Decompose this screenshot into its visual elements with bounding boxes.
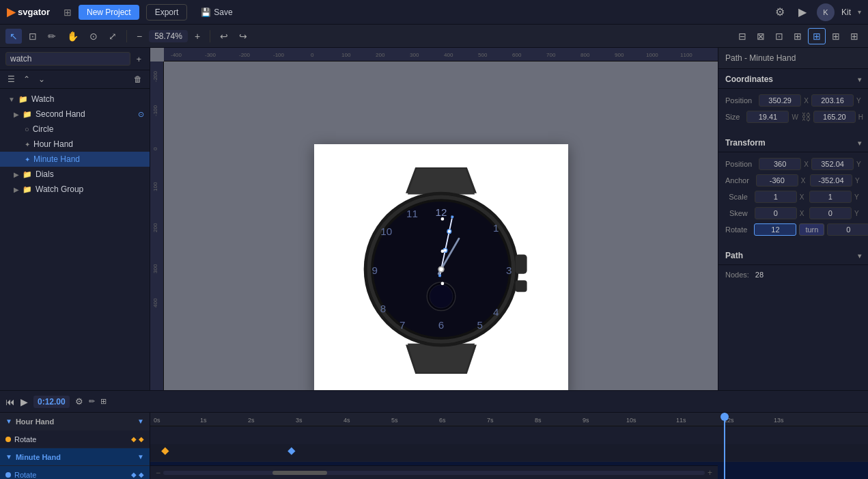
t-pos-x-input[interactable] [759,158,801,170]
pan-tool[interactable]: ✋ [63,29,83,44]
svg-text:-200: -200 [152,70,158,82]
align-right-button[interactable]: ⊡ [771,29,787,44]
size-h-unit: H [858,113,863,121]
layer-item-minute-hand[interactable]: ✦ Minute Hand [0,152,150,167]
keyframe-hour-1[interactable] [161,447,169,454]
transform-section-header[interactable]: Transform ▾ [718,133,868,152]
layers-menu-button[interactable]: ☰ [4,73,18,85]
layer-expand-watch-group: ▶ [14,186,19,193]
layer-item-second-hand[interactable]: ▶ 📁 Second Hand ⊙ [0,107,150,122]
redo-button[interactable]: ↪ [235,29,251,44]
scroll-track[interactable] [163,471,705,475]
select-tool[interactable]: ↖ [5,29,22,44]
tl-row-hour-rotate[interactable]: Rotate ◆ ◆ [0,430,150,448]
collapse-all-button[interactable]: ⌃ [20,73,33,85]
link-icon[interactable]: ⛓ [801,111,811,122]
layer-controls: ☰ ⌃ ⌄ 🗑 [0,70,150,89]
layer-item-hour-hand[interactable]: ✦ Hour Hand [0,137,150,152]
rotate-row: Rotate turn deg ↺ [725,223,861,236]
rotate-unit-toggle[interactable]: turn [799,223,824,236]
size-h-input[interactable] [813,111,856,123]
svg-text:-200: -200 [239,52,251,58]
coordinates-section-header[interactable]: Coordinates ▾ [718,69,868,89]
keyframe-hour-2[interactable] [288,447,295,454]
size-w-input[interactable] [746,111,789,123]
position-x-input[interactable] [759,94,801,107]
timeline-settings-button[interactable]: ⚙ [75,396,83,407]
svg-text:1: 1 [493,222,499,234]
anchor-x-input[interactable] [756,174,798,187]
rotate-deg-input[interactable] [827,223,868,236]
t-pos-x-unit: X [804,161,809,168]
scroll-plus-button[interactable]: + [708,468,712,478]
timeline-time-display: 0:12.00 [33,396,70,408]
preview-button[interactable]: ▶ [795,4,810,20]
svg-point-53 [439,267,443,271]
scale-y-input[interactable] [809,191,852,203]
delete-layer-button[interactable]: 🗑 [130,73,145,85]
settings-button[interactable]: ⚙ [772,4,788,20]
circle-tool[interactable]: ⊙ [85,29,102,44]
svg-point-43 [430,284,453,307]
pen-tool[interactable]: ✏ [44,29,60,44]
align-center-button[interactable]: ⊠ [753,29,769,44]
layer-label-circle: Circle [33,124,144,134]
undo-button[interactable]: ↩ [216,29,232,44]
timeline-more-button[interactable]: ⊞ [100,397,107,406]
path-section-header[interactable]: Path ▾ [718,245,868,265]
grid-snap-button[interactable]: ⊞ [828,29,844,44]
save-button[interactable]: 💾 Save [194,5,239,20]
distribute-button[interactable]: ⊞ [789,29,806,44]
svg-text:8: 8 [380,303,385,314]
svg-text:600: 600 [512,52,522,58]
layer-item-dials[interactable]: ▶ 📁 Dials [0,167,150,182]
user-chevron: ▾ [858,8,861,16]
scale-label: Scale [725,193,752,201]
user-avatar[interactable]: K [817,3,835,21]
layer-item-watch-group[interactable]: ▶ 📁 Watch Group [0,182,150,197]
zoom-in-button[interactable]: + [191,29,204,44]
svg-text:200: 200 [376,52,385,58]
anchor-y-input[interactable] [810,174,852,187]
timeline-script-button[interactable]: ✏ [89,397,95,406]
tl-label-minute-rotate: Rotate [14,471,36,479]
tl-arrow-minute: ▼ [137,453,144,461]
tl-row-minute-rotate[interactable]: Rotate ◆ ◆ [0,466,150,479]
svg-text:-100: -100 [273,52,285,58]
timeline-play-button[interactable]: ▶ [20,396,28,407]
snap-button[interactable]: ⊞ [808,28,826,44]
timeline-header: ⏮ ▶ 0:12.00 ⚙ ✏ ⊞ [0,391,868,413]
more-align-button[interactable]: ⊞ [846,29,863,44]
scroll-minus-button[interactable]: − [156,468,160,478]
skew-x-input[interactable] [755,207,797,219]
box-select-tool[interactable]: ⊡ [25,29,41,44]
scroll-thumb[interactable] [272,471,327,475]
zoom-out-button[interactable]: − [132,29,146,44]
export-button[interactable]: Export [146,4,188,20]
size-label: Size [725,113,744,121]
align-left-button[interactable]: ⊟ [734,29,751,44]
add-layer-button[interactable]: + [133,53,144,66]
svg-text:9: 9 [372,264,377,275]
scale-x-input[interactable] [755,191,797,203]
t-pos-y-input[interactable] [811,158,854,170]
timeline-ruler: 0s 1s 2s 3s 4s 5s 6s 7s 8s 9s 10s 11s 12… [150,413,868,426]
layer-visibility-second-hand: ⊙ [138,110,144,119]
project-name-input[interactable] [5,52,130,66]
position-y-input[interactable] [811,94,854,107]
skew-y-input[interactable] [809,207,852,219]
expand-all-button[interactable]: ⌄ [35,73,48,85]
layer-label-watch: Watch [31,94,144,104]
svg-text:8s: 8s [535,417,542,424]
zoom-fit-tool[interactable]: ⤢ [104,29,121,44]
svg-text:200: 200 [152,223,158,232]
layer-item-circle[interactable]: ○ Circle [0,122,150,137]
timeline-first-button[interactable]: ⏮ [5,396,15,407]
rotate-value-input[interactable] [754,223,796,236]
layer-item-watch[interactable]: ▼ 📁 Watch [0,92,150,107]
rotate-label: Rotate [725,225,751,234]
svg-text:300: 300 [152,264,158,273]
new-project-button[interactable]: New Project [79,5,139,20]
tl-row-hour-hand[interactable]: ▼ Hour Hand ▼ [0,413,150,430]
tl-row-minute-hand[interactable]: ▼ Minute Hand ▼ [0,448,150,466]
